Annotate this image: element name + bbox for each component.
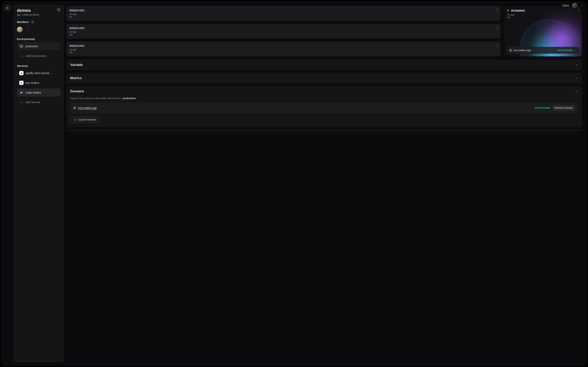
environment-icon (19, 44, 24, 48)
remove-domain-button[interactable]: Remove Domain (552, 105, 575, 111)
domain-entry: nue.zeabur.app PROVISIONED Remove Domain (70, 102, 578, 113)
domain-pill: nue.zeabur.app PROVISIONED (507, 47, 579, 54)
project-name: demos (17, 8, 39, 13)
close-icon (575, 49, 577, 51)
section-title: Variable (70, 63, 83, 67)
provisioned-label: PROVISIONED (535, 107, 550, 109)
deployment-menu-button[interactable] (496, 8, 499, 13)
members-label: Members (17, 20, 29, 24)
svg-point-8 (497, 28, 497, 28)
members-heading: Members 1 (17, 20, 60, 24)
members-count-badge: 1 (30, 21, 35, 23)
environments-heading: Environments (17, 38, 60, 41)
arrow-left-icon (6, 6, 9, 9)
add-member-button[interactable]: ＋ (24, 27, 30, 33)
aws-icon (17, 14, 20, 16)
service-logo-icon: ● (19, 81, 24, 85)
member-avatar[interactable] (17, 27, 23, 33)
service-detail-pane: REMOVED 1d ago init REMOVED 1d ago init (64, 2, 586, 365)
service-item-nuejs-zeabur[interactable]: N nuejs-zeabur (17, 88, 60, 97)
svg-point-6 (497, 11, 497, 12)
domain-url-link[interactable]: nue.zeabur.app (78, 106, 97, 109)
deployment-ref: init (69, 16, 72, 18)
add-environment-button[interactable]: ＋ Add Environment (17, 52, 60, 60)
user-menu-chevron-icon[interactable] (581, 4, 583, 7)
service-item-label: nuejs-zeabur (25, 91, 41, 94)
user-avatar[interactable] (572, 3, 578, 8)
add-service-button[interactable]: ＋ Add Service (17, 98, 60, 106)
service-logo-icon: ◆ (19, 71, 24, 75)
custom-domain-button[interactable]: ＋ Custom Domain (70, 116, 99, 123)
deployment-status: RUNNING (511, 9, 525, 12)
svg-point-7 (497, 26, 497, 27)
service-item-spotify-astro[interactable]: ◆ spotify-astro-transiti... (17, 69, 60, 77)
svg-point-9 (497, 29, 497, 29)
domains-section: Domains Expose this service to the publi… (66, 86, 582, 127)
globe-icon (509, 49, 512, 52)
deployment-time: 1d ago (69, 31, 77, 33)
domains-toggle[interactable]: Domains (66, 86, 582, 97)
environments-label: Environments (17, 38, 35, 41)
deployment-menu-button[interactable] (496, 26, 499, 30)
deployment-ref: init (69, 33, 72, 36)
modal-rail (2, 2, 13, 365)
service-item-label: bun-zeabur (25, 81, 39, 84)
deployment-time: 1d ago (507, 13, 514, 16)
deployment-card[interactable]: REMOVED 1d ago init (66, 6, 501, 21)
add-service-label: Add Service (25, 101, 40, 104)
deployment-card[interactable]: REMOVED 1d ago init (66, 42, 501, 56)
service-logo-icon: N (19, 90, 24, 95)
project-modal: demos California (Beta) Members 1 ＋ Envi… (1, 1, 587, 366)
project-settings-button[interactable] (57, 8, 60, 11)
custom-domain-label: Custom Domain (78, 118, 96, 121)
variable-toggle[interactable]: Variable (66, 59, 582, 70)
globe-icon (73, 107, 76, 109)
domains-blurb-text: Expose this service to the public intern… (70, 97, 121, 100)
section-title: Metrics (70, 76, 82, 80)
variable-section: Variable (66, 59, 582, 70)
svg-point-10 (497, 44, 497, 45)
domain-url[interactable]: nue.zeabur.app (513, 49, 531, 52)
services-label: Services (17, 64, 28, 67)
plus-icon: ＋ (74, 118, 76, 121)
environment-item-production[interactable]: production (17, 42, 60, 50)
svg-point-1 (58, 9, 59, 10)
metrics-section: Metrics (66, 73, 582, 83)
kebab-icon (497, 9, 498, 12)
provisioned-label: PROVISIONED (557, 49, 573, 51)
back-button[interactable] (4, 4, 11, 11)
remove-domain-x-button[interactable] (575, 49, 577, 51)
docs-link[interactable]: Docs (563, 4, 569, 7)
deployment-status: REMOVED (69, 26, 498, 30)
project-sidebar: demos California (Beta) Members 1 ＋ Envi… (13, 4, 64, 363)
kebab-icon (497, 26, 498, 30)
deployment-status: REMOVED (69, 44, 498, 47)
section-peek (66, 129, 582, 131)
metrics-toggle[interactable]: Metrics (66, 73, 582, 83)
deployment-status: REMOVED (69, 9, 498, 12)
deployment-ref: init (507, 16, 510, 19)
svg-point-12 (497, 46, 497, 47)
svg-point-5 (497, 10, 497, 10)
kebab-icon (497, 44, 498, 47)
topbar: Docs (558, 0, 588, 11)
deployment-time: 1d ago (69, 48, 77, 51)
status-dot-icon (507, 10, 509, 11)
deployments-list: REMOVED 1d ago init REMOVED 1d ago init (66, 6, 501, 56)
chevron-down-icon (575, 77, 578, 80)
deployment-menu-button[interactable] (496, 43, 499, 48)
svg-point-11 (497, 45, 497, 46)
deployment-ref: init (69, 51, 72, 54)
deployment-card[interactable]: REMOVED 1d ago init (66, 24, 501, 39)
svg-point-4 (497, 9, 497, 9)
section-title: Domains (70, 89, 84, 93)
services-heading: Services (17, 64, 60, 67)
service-item-label: spotify-astro-transiti... (25, 72, 51, 75)
plus-icon: ＋ (26, 28, 29, 31)
project-region: California (Beta) (17, 13, 39, 16)
plus-circle-icon: ＋ (19, 54, 24, 58)
chevron-down-icon (575, 63, 578, 67)
running-deployment-card[interactable]: RUNNING 1d ago init nue.zeabur.app PR (504, 6, 582, 56)
service-item-bun-zeabur[interactable]: ● bun-zeabur (17, 79, 60, 87)
domains-blurb-env: production (123, 97, 136, 100)
